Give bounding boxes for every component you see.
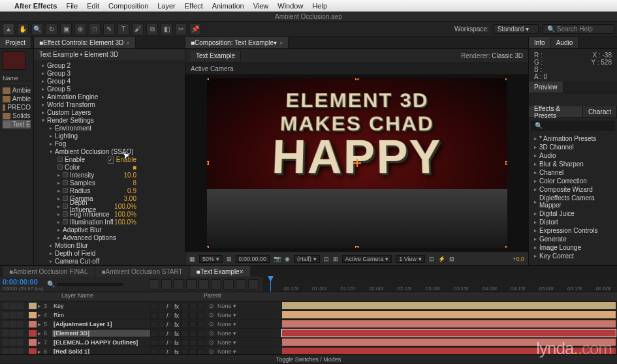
zoom-dropdown[interactable]: 50% ▾	[199, 255, 223, 263]
effects-category[interactable]: ▸Expression Controls	[529, 226, 617, 235]
layer-name[interactable]: [Element 3D]	[52, 330, 150, 337]
parent-dropdown[interactable]: None ▾	[215, 348, 274, 355]
ec-group[interactable]: ▸Group 3	[37, 69, 182, 77]
resolution-dropdown[interactable]: (Half) ▾	[294, 255, 320, 263]
menu-animation[interactable]: Animation	[212, 2, 244, 10]
parent-dropdown[interactable]: None ▾	[215, 330, 274, 337]
ec-group[interactable]: ▸Group 4	[37, 77, 182, 85]
layer-name[interactable]: [Adjustment Layer 1]	[52, 321, 150, 327]
parent-dropdown[interactable]: None ▾	[215, 312, 274, 318]
display-options-icon[interactable]: ⊞	[227, 256, 232, 262]
timeline-tab[interactable]: ■ Ambient Occlusion FINAL	[3, 266, 95, 277]
ec-ssao-color[interactable]: Color■	[37, 163, 182, 171]
camera-dropdown[interactable]: Active Camera ▾	[342, 255, 392, 263]
parent-dropdown[interactable]: None ▾	[215, 303, 274, 309]
preview-panel-tab[interactable]: Preview	[529, 82, 563, 93]
ec-ssao-adaptive-blur[interactable]: ▸Adaptive Blur	[37, 226, 182, 234]
effect-controls-tab[interactable]: ■ Effect Controls: Element 3D ×	[34, 37, 136, 48]
layer-name-header[interactable]: Layer Name	[0, 292, 145, 301]
menu-effect[interactable]: Effect	[185, 2, 203, 10]
layer-duration-bar[interactable]	[282, 320, 616, 327]
ec-group[interactable]: ▸Group 5	[37, 85, 182, 93]
layer-duration-bar[interactable]	[282, 311, 616, 318]
info-panel-tab[interactable]: Info	[529, 37, 551, 48]
timeline-button[interactable]	[149, 279, 159, 290]
layer-duration-bar[interactable]	[282, 302, 616, 309]
eraser-tool[interactable]: ◧	[161, 23, 172, 35]
ec-subgroup[interactable]: ▸Camera Cut-off	[37, 257, 182, 265]
ec-ssao-illumination[interactable]: ▸Illumination Infl100.0%	[37, 218, 182, 226]
parent-dropdown[interactable]: None ▾	[215, 321, 274, 327]
effects-category[interactable]: ▸Image Lounge	[529, 243, 617, 252]
layer-row[interactable]: ▸3Key/fx⊙None ▾	[0, 301, 617, 311]
ec-group[interactable]: ▸World Transform	[37, 100, 182, 108]
effects-presets-tab[interactable]: Effects & Presets	[529, 106, 583, 117]
composition-frame[interactable]: ELEMENT 3D MAKES CHAD HAPPY	[207, 78, 507, 248]
menu-layer[interactable]: Layer	[157, 2, 176, 10]
menu-edit[interactable]: Edit	[87, 2, 99, 10]
text-tool[interactable]: T	[118, 23, 129, 35]
layer-duration-bar[interactable]	[282, 329, 616, 337]
layer-row[interactable]: ▸6[Element 3D]/fx⊙None ▾	[0, 329, 617, 338]
project-name-header[interactable]: Name	[3, 74, 31, 83]
transform-handle[interactable]	[207, 161, 209, 165]
parent-dropdown[interactable]: None ▾	[215, 339, 274, 346]
layer-name[interactable]: [ELEMEN...D HAPPY Outlines]	[52, 339, 150, 346]
search-help-input[interactable]: 🔍 Search Help	[543, 24, 614, 34]
effects-category[interactable]: ▸Color Correction	[529, 177, 617, 185]
time-ruler[interactable]: 00:15f 01:00f 01:15f 02:00f 02:15f 03:00…	[262, 277, 617, 292]
timeline-button[interactable]	[198, 279, 209, 290]
project-item[interactable]: Solids	[3, 112, 31, 120]
parent-header[interactable]: Parent	[204, 292, 269, 301]
layer-color-chip[interactable]	[29, 321, 37, 327]
hand-tool[interactable]: ✋	[17, 23, 29, 35]
layer-name[interactable]: Key	[52, 303, 150, 309]
workspace-dropdown[interactable]: Standard ▾	[493, 24, 539, 34]
composition-panel-tab[interactable]: ■ Composition: Text Example ▾ ×	[185, 37, 289, 48]
ec-ssao-advanced[interactable]: ▸Advanced Options	[37, 234, 182, 241]
transform-handle[interactable]	[505, 246, 507, 248]
alpha-toggle-icon[interactable]: ▦	[189, 256, 195, 262]
timeline-button[interactable]	[248, 279, 259, 290]
ec-subgroup[interactable]: ▸Lighting	[37, 132, 182, 140]
pen-tool[interactable]: ✎	[103, 23, 115, 35]
project-item[interactable]: Ambie	[3, 95, 31, 103]
timeline-button[interactable]	[186, 279, 197, 290]
ec-ssao-samples[interactable]: ▸Samples8	[37, 179, 182, 187]
transform-handle[interactable]	[207, 246, 209, 248]
roi-icon[interactable]: ⊡	[324, 256, 329, 262]
transform-handle[interactable]	[207, 78, 209, 80]
ec-render-settings[interactable]: ▾Render Settings	[37, 116, 182, 124]
effects-category[interactable]: ▸Channel	[529, 168, 617, 177]
effects-category[interactable]: ▸* Animation Presets	[529, 134, 617, 143]
layer-row[interactable]: ▸4Rim/fx⊙None ▾	[0, 311, 617, 320]
layer-row[interactable]: ▸8[Red Solid 1]/fx⊙None ▾	[0, 347, 617, 354]
effects-category[interactable]: ▸Digital Juice	[529, 209, 617, 218]
composition-viewer[interactable]: ✦ ELEMENT 3D MAKES CHAD HAPPY	[185, 74, 528, 251]
transform-handle[interactable]	[505, 161, 507, 165]
playhead[interactable]	[270, 277, 271, 292]
layer-color-chip[interactable]	[29, 312, 37, 318]
view-layout-dropdown[interactable]: 1 View ▾	[396, 255, 424, 263]
timeline-button[interactable]	[174, 279, 184, 290]
menu-window[interactable]: Window	[277, 2, 303, 10]
effects-search-input[interactable]: 🔍	[531, 121, 614, 130]
layer-duration-bar[interactable]	[282, 348, 616, 354]
current-timecode[interactable]: 0:00:00:00	[3, 278, 44, 286]
effects-category[interactable]: ▸3D Channel	[529, 143, 617, 151]
ec-group[interactable]: ▸Output	[37, 265, 182, 265]
rotate-tool[interactable]: ↻	[46, 23, 57, 35]
transform-handle[interactable]	[505, 78, 507, 80]
effects-category[interactable]: ▸Distort	[529, 218, 617, 226]
project-panel-tab[interactable]: Project	[0, 37, 31, 48]
time-display[interactable]: 0:00:00:00	[236, 255, 270, 263]
layer-name[interactable]: [Red Solid 1]	[52, 348, 150, 355]
timeline-icon[interactable]: ⊟	[449, 256, 454, 262]
ec-ssao-enable[interactable]: Enable✓Enable	[37, 155, 182, 163]
character-panel-tab[interactable]: Charact	[583, 106, 617, 117]
renderer-indicator[interactable]: Renderer: Classic 3D	[461, 52, 523, 59]
effects-category[interactable]: ▸Digieffects Camera Mapper	[529, 194, 617, 209]
audio-panel-tab[interactable]: Audio	[551, 37, 579, 48]
menu-view[interactable]: View	[253, 2, 269, 10]
roto-tool[interactable]: ✂	[175, 23, 187, 35]
